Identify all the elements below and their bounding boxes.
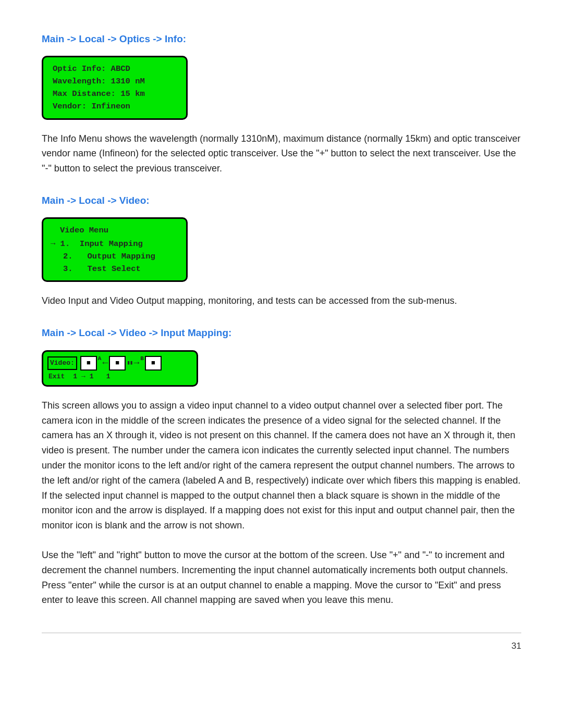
video-menu-item-1-num: 1. bbox=[60, 239, 70, 249]
video-label: Video: bbox=[47, 356, 77, 370]
bottom-num-2: 1 bbox=[90, 372, 94, 382]
optics-info-box: Optic Info: ABCD Wavelength: 1310 nM Max… bbox=[42, 56, 188, 119]
right-monitor-icon bbox=[145, 356, 162, 371]
video-menu-item-2-label: Output Mapping bbox=[88, 252, 155, 261]
a-label: A bbox=[98, 354, 102, 363]
mapping-top-row: Video: A ← ▮▮ → B bbox=[47, 356, 189, 371]
video-menu-item-3-num: 3. bbox=[63, 264, 73, 274]
video-menu-item-1-label: Input Mapping bbox=[80, 239, 143, 249]
video-menu-list: → 1. Input Mapping 2. Output Mapping 3. … bbox=[51, 238, 177, 275]
input-mapping-section: Main -> Local -> Video -> Input Mapping:… bbox=[42, 325, 521, 608]
video-body: Video Input and Video Output mapping, mo… bbox=[42, 293, 521, 309]
video-menu-title: Video Menu bbox=[51, 224, 177, 237]
optic-info-line1: Optic Info: ABCD bbox=[53, 63, 177, 75]
bottom-num-1: 1 bbox=[73, 372, 77, 382]
video-menu-item-3: 3. Test Select bbox=[51, 263, 177, 275]
video-menu-item-2: 2. Output Mapping bbox=[51, 250, 177, 263]
left-monitor-icon bbox=[80, 356, 97, 371]
bottom-divider bbox=[42, 633, 521, 633]
b-label: B bbox=[140, 354, 144, 363]
input-mapping-diagram: Video: A ← ▮▮ → B Exit 1 → 1 1 bbox=[42, 350, 198, 387]
optic-info-line4: Vendor: Infineon bbox=[53, 100, 177, 113]
video-heading: Main -> Local -> Video: bbox=[42, 193, 521, 208]
fiber-lines: ▮▮ bbox=[127, 359, 132, 367]
input-mapping-heading: Main -> Local -> Video -> Input Mapping: bbox=[42, 325, 521, 340]
video-menu-item-3-label: Test Select bbox=[88, 264, 141, 274]
optics-info-section: Main -> Local -> Optics -> Info: Optic I… bbox=[42, 31, 521, 176]
optics-info-heading: Main -> Local -> Optics -> Info: bbox=[42, 31, 521, 46]
arrow-right-icon: → bbox=[133, 356, 139, 371]
video-menu-item-2-num: 2. bbox=[63, 252, 73, 261]
input-mapping-body2: Use the "left" and "right" button to mov… bbox=[42, 548, 521, 608]
video-menu-item-1: → 1. Input Mapping bbox=[51, 238, 177, 250]
input-mapping-body1: This screen allows you to assign a video… bbox=[42, 398, 521, 533]
page-number: 31 bbox=[42, 639, 521, 653]
arrow-right-icon: → bbox=[51, 239, 60, 249]
exit-label: Exit bbox=[48, 372, 65, 382]
video-menu-box: Video Menu → 1. Input Mapping 2. Output … bbox=[42, 217, 188, 282]
mapping-bottom-row: Exit 1 → 1 1 bbox=[47, 372, 189, 382]
video-section: Main -> Local -> Video: Video Menu → 1. … bbox=[42, 193, 521, 309]
optic-info-line3: Max Distance: 15 km bbox=[53, 88, 177, 100]
center-monitor-icon bbox=[109, 356, 126, 371]
optic-info-line2: Wavelength: 1310 nM bbox=[53, 75, 177, 88]
bottom-arrow: → bbox=[81, 372, 85, 382]
arrow-left-icon: ← bbox=[102, 356, 108, 371]
bottom-num-3: 1 bbox=[106, 372, 111, 382]
optics-info-body: The Info Menu shows the wavelength (norm… bbox=[42, 131, 521, 176]
